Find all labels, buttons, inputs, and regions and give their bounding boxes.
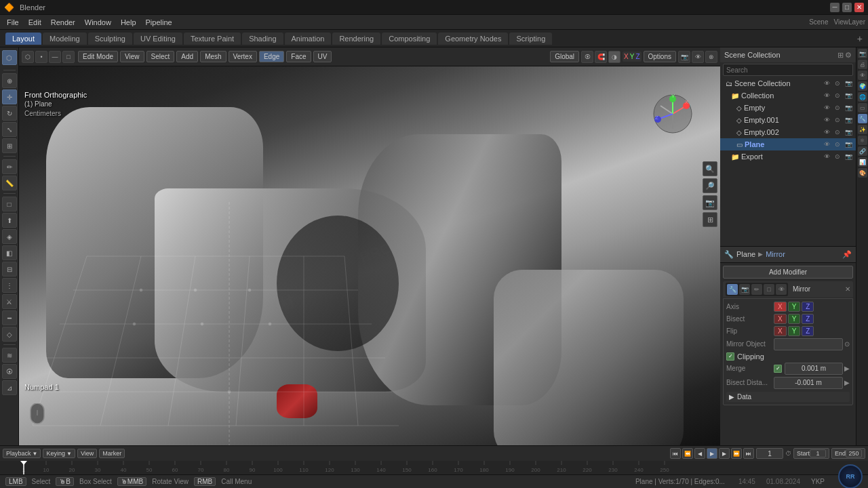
plane-eye[interactable]: 👁 xyxy=(822,140,831,149)
collection-render[interactable]: 📷 xyxy=(844,91,853,100)
close-button[interactable]: ✕ xyxy=(854,3,864,12)
plane-render[interactable]: 📷 xyxy=(844,140,853,149)
empty001-eye[interactable]: 👁 xyxy=(822,115,831,125)
tab-compositing[interactable]: Compositing xyxy=(382,33,437,45)
mirror-object-value[interactable] xyxy=(774,338,843,350)
add-modifier-button[interactable]: Add Modifier xyxy=(723,266,853,279)
bisect-z-btn[interactable]: Z xyxy=(802,314,814,324)
tab-animation[interactable]: Animation xyxy=(285,33,332,45)
outliner-filter-btn[interactable]: ⊞ xyxy=(837,51,844,60)
x-axis-btn[interactable]: X xyxy=(624,53,629,60)
empty001-restrict[interactable]: ⊙ xyxy=(833,115,842,125)
tab-rendering[interactable]: Rendering xyxy=(332,33,380,45)
viewport-gizmo[interactable]: X Y Z xyxy=(652,94,693,134)
options-btn[interactable]: Options xyxy=(644,51,676,62)
modifier-edit-icon[interactable]: ✏ xyxy=(751,284,762,295)
shrink-tool[interactable]: ⦿ xyxy=(2,364,17,379)
start-frame-input[interactable] xyxy=(810,449,826,458)
empty001-render[interactable]: 📷 xyxy=(844,115,853,125)
flip-x-btn[interactable]: X xyxy=(774,326,787,336)
outliner-item-empty001[interactable]: ◇ Empty.001 👁 ⊙ 📷 xyxy=(720,114,856,126)
rotate-tool[interactable]: ↻ xyxy=(2,106,17,121)
tab-sculpting[interactable]: Sculpting xyxy=(88,33,132,45)
next-keyframe-btn[interactable]: ⏩ xyxy=(731,448,742,459)
collection-eye[interactable]: 👁 xyxy=(822,91,831,100)
modifier-render-icon[interactable]: 📷 xyxy=(739,284,750,295)
grid-btn[interactable]: ⊞ xyxy=(703,212,717,227)
props-tab-constraints[interactable]: 🔗 xyxy=(858,146,867,156)
props-tab-particles[interactable]: ✨ xyxy=(858,125,867,134)
modifier-vis-icon[interactable]: 👁 xyxy=(776,284,787,295)
outliner-item-plane[interactable]: ▭ Plane 👁 ⊙ 📷 xyxy=(720,138,856,150)
jump-to-start-btn[interactable]: ⏮ xyxy=(670,448,681,459)
merge-value-field[interactable]: 0.001 m xyxy=(785,363,843,375)
empty-render[interactable]: 📷 xyxy=(844,103,853,113)
flip-z-btn[interactable]: Z xyxy=(802,326,814,336)
shear-tool[interactable]: ⊿ xyxy=(2,380,17,395)
add-workspace-button[interactable]: + xyxy=(857,33,863,44)
props-tab-view[interactable]: 👁 xyxy=(858,70,867,80)
frame-ruler[interactable]: 1 10 20 30 40 50 60 70 80 xyxy=(0,461,868,474)
scene-collection-render[interactable]: 📷 xyxy=(844,79,853,88)
merge-checkbox[interactable]: ✓ xyxy=(774,365,782,373)
tab-modeling[interactable]: Modeling xyxy=(43,33,87,45)
axis-y-btn[interactable]: Y xyxy=(788,302,801,312)
current-frame-input[interactable]: 1 xyxy=(756,448,783,459)
outliner-item-scene-collection[interactable]: 🗂 Scene Collection 👁 ⊙ 📷 xyxy=(720,77,856,89)
tab-layout[interactable]: Layout xyxy=(5,33,41,45)
modifier-cage-icon[interactable]: □ xyxy=(764,284,774,295)
edge-menu[interactable]: Edge xyxy=(259,51,284,62)
outliner-item-export[interactable]: 📁 Export 👁 ⊙ 📷 xyxy=(720,150,856,163)
bisect-dist-value[interactable]: -0.001 m xyxy=(774,377,843,389)
props-tab-modifier[interactable]: 🔧 xyxy=(858,114,867,123)
props-tab-render[interactable]: 📷 xyxy=(858,49,867,58)
playback-dropdown[interactable]: Playback ▼ xyxy=(3,449,41,458)
export-restrict[interactable]: ⊙ xyxy=(833,152,842,161)
overlay-toggle[interactable]: ⊗ xyxy=(705,51,717,63)
scale-tool[interactable]: ⤡ xyxy=(2,122,17,137)
z-axis-btn[interactable]: Z xyxy=(635,53,639,60)
smooth-tool[interactable]: ≋ xyxy=(2,348,17,363)
annotate-tool[interactable]: ✏ xyxy=(2,159,17,174)
axis-x-btn[interactable]: X xyxy=(774,302,787,312)
tab-texture-paint[interactable]: Texture Paint xyxy=(184,33,241,45)
outliner-item-empty[interactable]: ◇ Empty 👁 ⊙ 📷 xyxy=(720,102,856,114)
marker-dropdown[interactable]: Marker xyxy=(99,449,125,458)
bisect-dist-arrow[interactable]: ▶ xyxy=(844,379,850,386)
add-cube-tool[interactable]: □ xyxy=(2,197,17,211)
empty002-eye[interactable]: 👁 xyxy=(822,127,831,137)
zoom-out-btn[interactable]: 🔎 xyxy=(703,178,717,193)
props-tab-data[interactable]: 📊 xyxy=(858,157,867,167)
props-tab-output[interactable]: 🖨 xyxy=(858,60,867,69)
modifier-type-icon[interactable]: 🔧 xyxy=(727,284,738,295)
maximize-button[interactable]: □ xyxy=(842,3,852,12)
snap-toggle[interactable]: 🧲 xyxy=(595,51,607,63)
move-tool[interactable]: ✛ xyxy=(2,89,17,104)
edit-mode-dropdown[interactable]: Edit Mode xyxy=(78,51,118,62)
viewport-shading[interactable]: ◑ xyxy=(608,51,620,63)
outliner-item-collection[interactable]: 📁 Collection 👁 ⊙ 📷 xyxy=(720,89,856,102)
props-tab-object[interactable]: ▭ xyxy=(858,103,867,113)
face-menu[interactable]: Face xyxy=(286,51,311,62)
keying-dropdown[interactable]: Keying ▼ xyxy=(43,449,75,458)
loop-cut-tool[interactable]: ⊟ xyxy=(2,262,17,277)
polypen-tool[interactable]: ◇ xyxy=(2,327,17,342)
menu-file[interactable]: File xyxy=(3,17,23,28)
play-pause-btn[interactable]: ▶ xyxy=(707,448,717,459)
zoom-in-btn[interactable]: 🔍 xyxy=(703,161,717,176)
scene-collection-restrict[interactable]: ⊙ xyxy=(833,79,842,88)
menu-edit[interactable]: Edit xyxy=(24,17,45,28)
prev-keyframe-btn[interactable]: ⏪ xyxy=(682,448,693,459)
outliner-item-empty002[interactable]: ◇ Empty.002 👁 ⊙ 📷 xyxy=(720,126,856,138)
empty-restrict[interactable]: ⊙ xyxy=(833,103,842,113)
props-tab-world[interactable]: 🌐 xyxy=(858,92,867,102)
bisect-y-btn[interactable]: Y xyxy=(788,314,801,324)
view-dropdown[interactable]: View xyxy=(77,449,97,458)
minimize-button[interactable]: ─ xyxy=(830,3,840,12)
measure-tool[interactable]: 📏 xyxy=(2,176,17,190)
bevel-tool[interactable]: ◧ xyxy=(2,245,17,260)
bisect-x-btn[interactable]: X xyxy=(774,314,787,324)
view-menu[interactable]: View xyxy=(120,51,144,62)
object-visibility[interactable]: 👁 xyxy=(692,51,704,63)
tab-shading[interactable]: Shading xyxy=(242,33,283,45)
